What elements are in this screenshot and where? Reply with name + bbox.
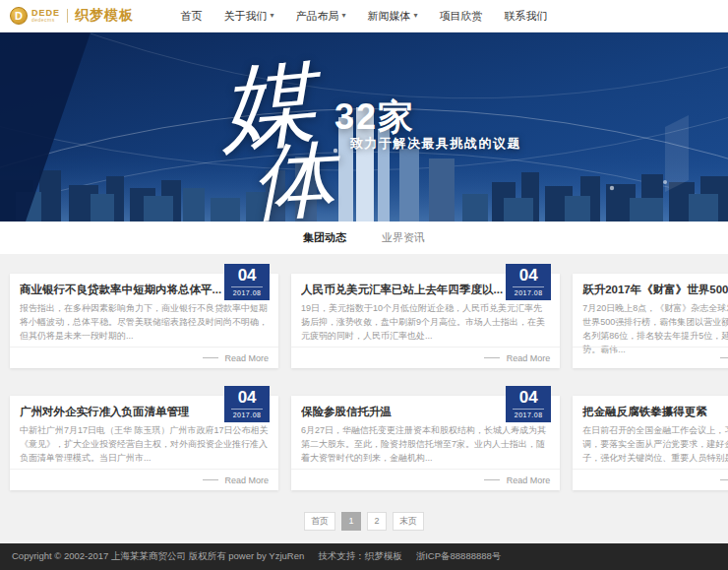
logo-brand-en: DEDE dedecms (31, 9, 60, 23)
date-day: 04 (224, 267, 270, 284)
nav-item-contact[interactable]: 联系我们 (505, 9, 548, 24)
nav-item-products[interactable]: 产品布局 ▾ (295, 9, 345, 24)
date-month: 2017.08 (506, 412, 551, 418)
read-more-link[interactable]: Read More (225, 353, 270, 363)
date-day: 04 (506, 267, 551, 284)
card-footer: Read More (10, 469, 278, 490)
news-title[interactable]: 把金融反腐铁拳攥得更紧 (582, 405, 728, 419)
date-badge: 04 2017.08 (224, 386, 270, 422)
news-title[interactable]: 跃升2017年《财富》世界500强 (582, 283, 728, 297)
dash-decoration (720, 479, 728, 480)
dash-decoration (203, 479, 218, 480)
chevron-down-icon: ▾ (270, 12, 273, 20)
footer-support: 技术支持：织梦模板 (318, 550, 402, 563)
date-month: 2017.08 (224, 289, 270, 296)
card-footer: Read More (573, 469, 728, 490)
card-footer: Read More (10, 347, 278, 368)
news-tabs: 集团动态 业界资讯 (0, 222, 728, 254)
dash-decoration (484, 479, 500, 480)
logo-brand-sub-text: dedecms (31, 18, 60, 23)
read-more-link[interactable]: Read More (507, 475, 551, 485)
hero-subline: 致力于解决最具挑战的议题 (350, 135, 521, 153)
nav-item-home[interactable]: 首页 (180, 9, 202, 24)
date-badge: 04 2017.08 (224, 264, 270, 300)
date-badge: 04 2017.08 (506, 264, 551, 300)
news-card[interactable]: 04 2017.08 广州对外企实行准入负面清单管理 中新社广州7月17日电（王… (10, 396, 278, 490)
dash-decoration (720, 357, 728, 358)
main-nav: 首页 关于我们 ▾ 产品布局 ▾ 新闻媒体 ▾ 项目欣赏 联系我们 (180, 9, 547, 24)
nav-label: 联系我们 (505, 9, 548, 24)
nav-label: 新闻媒体 (368, 9, 411, 24)
card-footer: Read More (573, 347, 728, 368)
nav-label: 产品布局 (295, 9, 338, 24)
nav-label: 关于我们 (223, 9, 267, 24)
date-badge: 04 2017.08 (506, 386, 551, 422)
chevron-down-icon: ▾ (341, 12, 345, 20)
nav-item-about[interactable]: 关于我们 ▾ (223, 9, 273, 24)
news-section: 04 2017.08 商业银行不良贷款率中短期内将总体平... 报告指出，在多种… (0, 254, 728, 531)
read-more-link[interactable]: Read More (507, 353, 551, 363)
badge-divider (231, 409, 263, 410)
footer: Copyright © 2002-2017 上海某某商贸公司 版权所有 powe… (0, 543, 728, 570)
dede-logo-icon: D (10, 7, 28, 25)
nav-item-news[interactable]: 新闻媒体 ▾ (368, 9, 418, 24)
logo-brand-cn: 织梦模板 (75, 7, 134, 25)
pagination-page-1[interactable]: 1 (341, 512, 361, 531)
pagination-page-2[interactable]: 2 (367, 512, 387, 531)
news-card[interactable]: 04 2017.08 人民币兑美元汇率已站上去年四季度以... 19日，美元指数… (291, 274, 560, 368)
footer-copyright: Copyright © 2002-2017 上海某某商贸公司 版权所有 powe… (12, 550, 304, 563)
nav-label: 项目欣赏 (440, 9, 483, 24)
date-day: 04 (506, 389, 551, 406)
news-grid: 04 2017.08 商业银行不良贷款率中短期内将总体平... 报告指出，在多种… (10, 274, 718, 490)
badge-divider (513, 409, 544, 410)
pagination-last[interactable]: 末页 (393, 512, 424, 531)
header: D DEDE dedecms 织梦模板 首页 关于我们 ▾ 产品布局 ▾ 新闻媒… (0, 0, 728, 32)
logo-divider (67, 9, 68, 23)
card-footer: Read More (291, 347, 560, 368)
date-day: 04 (224, 389, 270, 406)
pagination-first[interactable]: 首页 (304, 512, 335, 531)
chevron-down-icon: ▾ (414, 12, 418, 20)
badge-divider (513, 286, 544, 287)
date-month: 2017.08 (506, 289, 551, 296)
tab-group-news[interactable]: 集团动态 (303, 230, 346, 245)
dash-decoration (484, 357, 500, 358)
card-footer: Read More (291, 469, 560, 490)
nav-label: 首页 (180, 9, 202, 24)
read-more-link[interactable]: Read More (225, 475, 270, 485)
nav-item-projects[interactable]: 项目欣赏 (440, 9, 483, 24)
tab-industry-news[interactable]: 业界资讯 (382, 230, 425, 245)
date-month: 2017.08 (224, 412, 270, 418)
pagination: 首页 1 2 末页 (10, 512, 718, 531)
news-card[interactable]: 04 2017.08 跃升2017年《财富》世界500强 7月20日晚上8点，《… (573, 274, 728, 368)
news-card[interactable]: 04 2017.08 商业银行不良贷款率中短期内将总体平... 报告指出，在多种… (10, 274, 278, 368)
dash-decoration (203, 357, 218, 358)
hero-banner: 媒 体 32家 致力于解决最具挑战的议题 (0, 32, 728, 222)
logo[interactable]: D DEDE dedecms 织梦模板 (10, 7, 134, 25)
badge-divider (231, 286, 263, 287)
news-card[interactable]: 04 2017.08 把金融反腐铁拳攥得更紧 在日前召开的全国金融工作会议上，习… (573, 396, 728, 490)
news-card[interactable]: 04 2017.08 保险参股信托升温 6月27日，华融信托变更注册资本和股权结… (291, 396, 560, 490)
footer-icp: 浙ICP备88888888号 (416, 550, 502, 563)
